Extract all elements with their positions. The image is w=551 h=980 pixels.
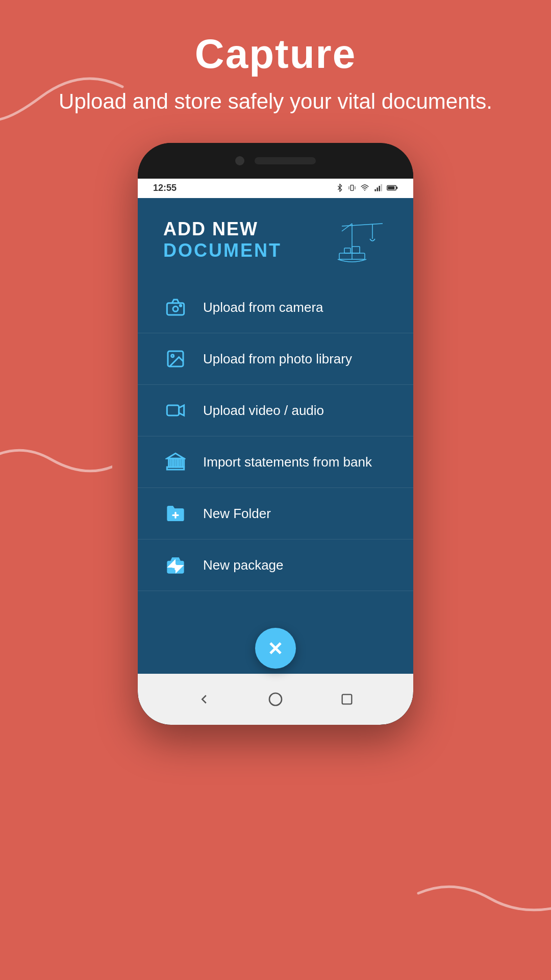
menu-item-camera[interactable]: Upload from camera [138,282,413,333]
svg-line-17 [342,224,352,231]
phone-nav-bar [138,674,413,725]
phone-mockup: 12:55 [138,143,413,725]
svg-rect-9 [377,187,378,191]
wave-mid-left-decoration [0,434,112,495]
svg-rect-11 [381,184,382,191]
menu-item-bank[interactable]: Import statements from bank [138,436,413,488]
home-nav-icon [267,691,284,707]
svg-rect-27 [167,405,179,415]
svg-rect-33 [182,458,184,467]
svg-rect-31 [176,458,177,467]
svg-rect-10 [379,186,380,191]
wifi-icon [360,184,369,192]
page-title: Capture [41,31,510,78]
svg-point-26 [171,355,174,357]
recent-nav-icon [340,692,354,706]
phone-speaker [255,157,316,164]
camera-icon [163,295,188,320]
wave-bottom-right-decoration [413,873,551,939]
nav-back-button[interactable] [194,689,214,709]
menu-item-new-folder[interactable]: New Folder [138,488,413,540]
phone-top-bar [138,143,413,179]
photo-library-label: Upload from photo library [203,351,352,367]
status-time: 12:55 [153,183,177,193]
svg-point-23 [173,306,178,311]
status-bar: 12:55 [138,178,413,198]
nav-home-button[interactable] [265,689,286,709]
svg-rect-14 [388,186,394,189]
svg-rect-29 [169,458,170,467]
svg-point-7 [364,190,365,191]
phone-screen: ADD NEW DOCUMENT [138,198,413,674]
status-icons [336,184,398,192]
phone-camera [235,156,244,165]
image-icon [163,347,188,371]
folder-plus-icon [163,501,188,526]
svg-rect-8 [374,189,376,191]
menu-item-new-package[interactable]: New package [138,540,413,591]
new-package-label: New package [203,557,284,573]
add-new-label: ADD NEW [163,218,282,240]
new-folder-label: New Folder [203,506,271,522]
close-icon [265,638,286,658]
menu-list: Upload from camera Upload from photo lib… [138,277,413,596]
back-nav-icon [196,692,212,707]
svg-rect-30 [172,458,173,467]
menu-item-video-audio[interactable]: Upload video / audio [138,385,413,436]
svg-marker-28 [167,453,184,458]
fab-close-button[interactable] [255,628,296,669]
signal-icon [373,184,383,192]
svg-rect-21 [352,247,360,253]
svg-rect-43 [342,695,352,704]
crane-illustration [337,213,398,264]
app-header: ADD NEW DOCUMENT [138,198,413,277]
page-subtitle: Upload and store safely your vital docum… [41,88,510,116]
video-icon [163,398,188,423]
document-label: DOCUMENT [163,240,282,261]
bluetooth-icon [336,184,344,192]
header-section: Capture Upload and store safely your vit… [0,31,551,116]
camera-label: Upload from camera [203,300,323,315]
svg-rect-32 [179,458,181,467]
svg-line-16 [342,224,383,226]
video-audio-label: Upload video / audio [203,403,324,419]
svg-rect-0 [350,185,353,191]
menu-item-photo-library[interactable]: Upload from photo library [138,333,413,385]
svg-rect-34 [167,467,184,470]
svg-point-42 [269,693,282,705]
svg-rect-20 [344,248,350,253]
svg-rect-13 [396,187,397,189]
phone-outer: 12:55 [138,143,413,725]
bank-icon [163,450,188,474]
battery-icon [387,184,398,192]
vibrate-icon [348,184,356,192]
svg-point-24 [180,305,181,306]
nav-recent-button[interactable] [337,689,357,709]
package-icon [163,553,188,577]
bank-label: Import statements from bank [203,454,372,470]
